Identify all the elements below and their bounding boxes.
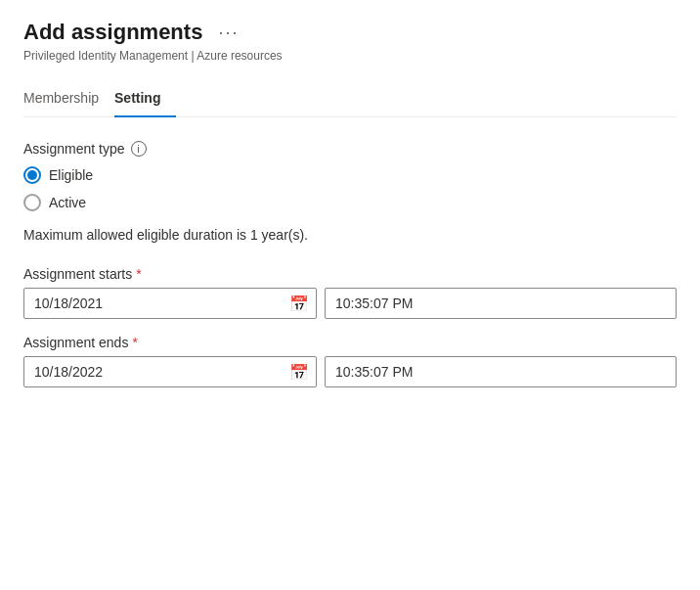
assignment-ends-group: Assignment ends * 📅 [23,335,677,387]
tab-setting[interactable]: Setting [114,82,176,117]
ends-required-star: * [132,335,137,350]
assignment-type-label: Assignment type i [23,141,677,157]
ends-date-input[interactable] [23,356,317,387]
starts-date-wrap: 📅 [23,288,317,319]
max-duration-info: Maximum allowed eligible duration is 1 y… [23,227,677,243]
assignment-starts-row: 📅 [23,288,677,319]
radio-label-eligible: Eligible [49,167,93,183]
starts-required-star: * [136,266,141,282]
page-container: Add assignments ··· Privileged Identity … [23,20,677,387]
ends-time-input[interactable] [325,356,677,387]
radio-eligible[interactable]: Eligible [23,166,677,184]
assignment-ends-row: 📅 [23,356,677,387]
assignment-type-radio-group: Eligible Active [23,166,677,211]
radio-label-active: Active [49,195,86,210]
tab-bar: Membership Setting [23,82,677,117]
ellipsis-button[interactable]: ··· [212,21,244,45]
assignment-starts-label: Assignment starts * [23,266,677,282]
radio-input-active[interactable] [23,194,41,211]
radio-active[interactable]: Active [23,194,677,211]
starts-date-input[interactable] [23,288,317,319]
tab-membership[interactable]: Membership [23,82,114,117]
assignment-ends-label: Assignment ends * [23,335,677,350]
assignment-type-info-icon[interactable]: i [131,141,147,157]
ends-date-wrap: 📅 [23,356,317,387]
assignment-starts-group: Assignment starts * 📅 [23,266,677,319]
page-title: Add assignments [23,20,202,45]
radio-input-eligible[interactable] [23,166,41,184]
breadcrumb: Privileged Identity Management | Azure r… [23,49,677,63]
starts-time-input[interactable] [325,288,677,319]
page-header: Add assignments ··· [23,20,677,45]
